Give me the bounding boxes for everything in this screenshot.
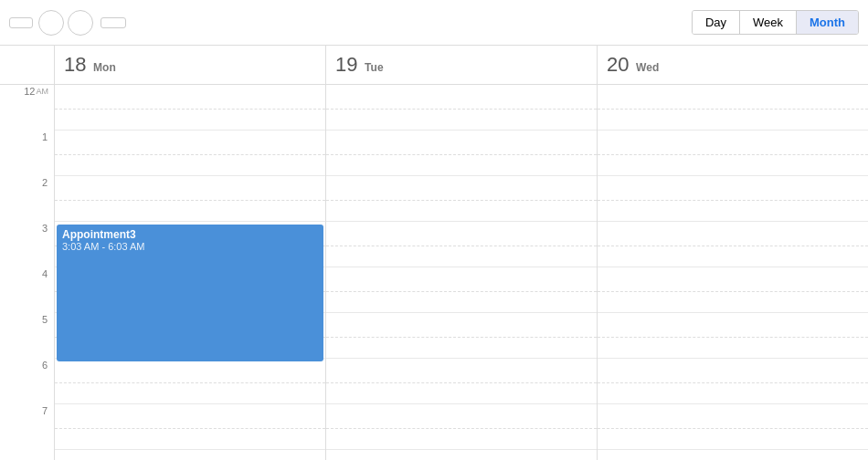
hour-text: 5: [42, 315, 48, 325]
time-label-2: 2: [0, 176, 54, 222]
hour-cell[interactable]: [55, 359, 325, 404]
month-view-button[interactable]: Month: [797, 11, 858, 34]
day-name-wed: Wed: [636, 61, 659, 74]
day-name-tue: Tue: [365, 61, 383, 74]
hour-cell[interactable]: [326, 313, 597, 359]
hour-cell[interactable]: [598, 404, 868, 450]
day-column-wed: [598, 85, 868, 460]
hour-cell[interactable]: [598, 222, 868, 267]
calendar-container: 18 Mon 19 Tue 20 Wed 12AM1234567 Appoint…: [0, 46, 868, 460]
hour-text: 6: [42, 361, 48, 371]
days-container: Appointment3 3:03 AM - 6:03 AM: [55, 85, 868, 460]
day-headers: 18 Mon 19 Tue 20 Wed: [0, 46, 868, 85]
hour-cell[interactable]: [598, 85, 868, 131]
hour-cell[interactable]: [598, 359, 868, 404]
day-column-tue: [326, 85, 598, 460]
time-label-6: 6: [0, 359, 54, 404]
ampm-text: AM: [37, 87, 49, 96]
hour-cell[interactable]: [326, 85, 597, 131]
hour-cell[interactable]: [326, 359, 597, 404]
hour-cell[interactable]: [55, 131, 325, 176]
hour-cell[interactable]: [598, 313, 868, 359]
hour-cell[interactable]: [55, 85, 325, 131]
hour-text: 4: [42, 269, 48, 279]
hour-text: 12: [24, 87, 35, 97]
next-button[interactable]: [68, 10, 93, 36]
event-title: Appointment3: [62, 228, 318, 241]
hour-text: 7: [42, 406, 48, 416]
hour-cell[interactable]: [326, 131, 597, 176]
hour-cell[interactable]: [326, 222, 597, 267]
time-label-5: 5: [0, 313, 54, 359]
time-label-3: 3: [0, 222, 54, 267]
day-number-20: 20: [607, 53, 629, 77]
time-label-12: 12AM: [0, 85, 54, 131]
day-name-mon: Mon: [93, 61, 116, 74]
hour-cell[interactable]: [326, 267, 597, 313]
toolbar: Day Week Month: [0, 0, 868, 46]
time-gutter: 12AM1234567: [0, 85, 55, 460]
day-number-18: 18: [64, 53, 86, 77]
day-view-button[interactable]: Day: [693, 11, 740, 34]
week-view-button[interactable]: Week: [740, 11, 797, 34]
hour-cell[interactable]: [326, 404, 597, 450]
hour-text: 1: [42, 132, 48, 142]
event-block[interactable]: Appointment3 3:03 AM - 6:03 AM: [57, 225, 323, 361]
gutter-header: [0, 46, 55, 84]
time-label-7: 7: [0, 404, 54, 450]
time-grid: 12AM1234567 Appointment3 3:03 AM - 6:03 …: [0, 85, 868, 460]
prev-button[interactable]: [38, 10, 64, 36]
hour-text: 3: [42, 224, 48, 234]
hour-cell[interactable]: [598, 267, 868, 313]
day-header-mon: 18 Mon: [55, 46, 326, 84]
day-number-19: 19: [335, 53, 357, 77]
date-range-button[interactable]: [101, 17, 126, 28]
hour-cell[interactable]: [598, 176, 868, 222]
event-time: 3:03 AM - 6:03 AM: [62, 241, 318, 252]
day-column-mon: Appointment3 3:03 AM - 6:03 AM: [55, 85, 326, 460]
view-switcher: Day Week Month: [692, 10, 859, 35]
day-header-wed: 20 Wed: [598, 46, 868, 84]
hour-cell[interactable]: [55, 404, 325, 450]
time-label-1: 1: [0, 131, 54, 176]
today-button[interactable]: [9, 17, 33, 28]
day-header-tue: 19 Tue: [326, 46, 598, 84]
time-label-4: 4: [0, 267, 54, 313]
hour-cell[interactable]: [326, 176, 597, 222]
hour-cell[interactable]: [55, 176, 325, 222]
hour-text: 2: [42, 178, 48, 188]
hour-cell[interactable]: [598, 131, 868, 176]
